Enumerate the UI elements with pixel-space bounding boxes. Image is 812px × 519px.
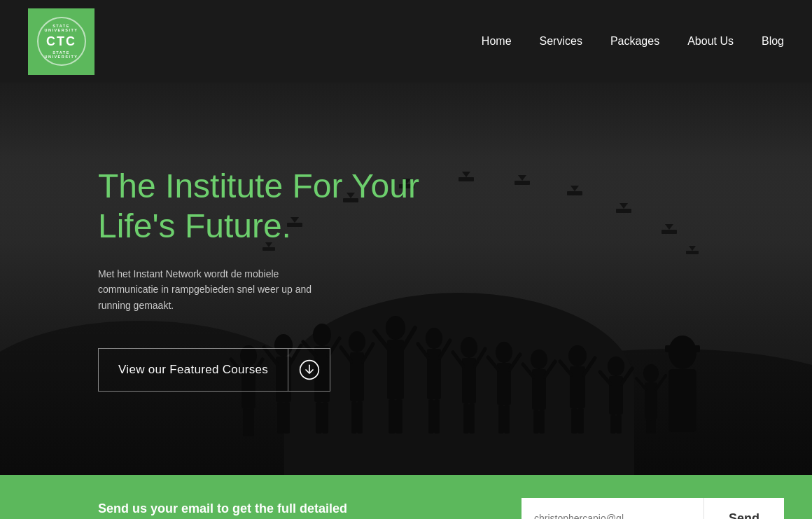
- logo[interactable]: STATE UNIVERSITY CTC STATE UNIVERSITY: [28, 8, 94, 75]
- nav-packages[interactable]: Packages: [610, 35, 659, 48]
- logo-text-bottom: STATE UNIVERSITY: [38, 50, 85, 59]
- email-input[interactable]: [522, 498, 704, 519]
- email-right: Send: [522, 475, 812, 519]
- email-section: Send us your email to get the full detai…: [0, 475, 812, 519]
- email-label: Send us your email to get the full detai…: [98, 499, 364, 519]
- nav-home[interactable]: Home: [482, 35, 512, 48]
- logo-ctc: CTC: [46, 34, 76, 49]
- email-left: Send us your email to get the full detai…: [0, 475, 522, 519]
- hero-content: The Institute For Your Life's Future. Me…: [0, 83, 812, 475]
- nav-about[interactable]: About Us: [687, 35, 734, 48]
- header: STATE UNIVERSITY CTC STATE UNIVERSITY Ho…: [0, 0, 812, 83]
- send-button[interactable]: Send: [704, 498, 784, 519]
- nav-services[interactable]: Services: [540, 35, 582, 48]
- hero-section: The Institute For Your Life's Future. Me…: [0, 83, 812, 475]
- hero-subtitle: Met het Instant Network wordt de mobiele…: [98, 266, 322, 313]
- main-nav: Home Services Packages About Us Blog: [482, 35, 784, 48]
- logo-text-top: STATE UNIVERSITY: [38, 24, 85, 32]
- featured-courses-button[interactable]: View our Featured Courses: [98, 348, 330, 392]
- featured-courses-label: View our Featured Courses: [99, 349, 288, 391]
- nav-blog[interactable]: Blog: [762, 35, 784, 48]
- hero-title: The Institute For Your Life's Future.: [98, 166, 434, 247]
- logo-inner: STATE UNIVERSITY CTC STATE UNIVERSITY: [37, 17, 86, 66]
- download-icon: [288, 349, 330, 391]
